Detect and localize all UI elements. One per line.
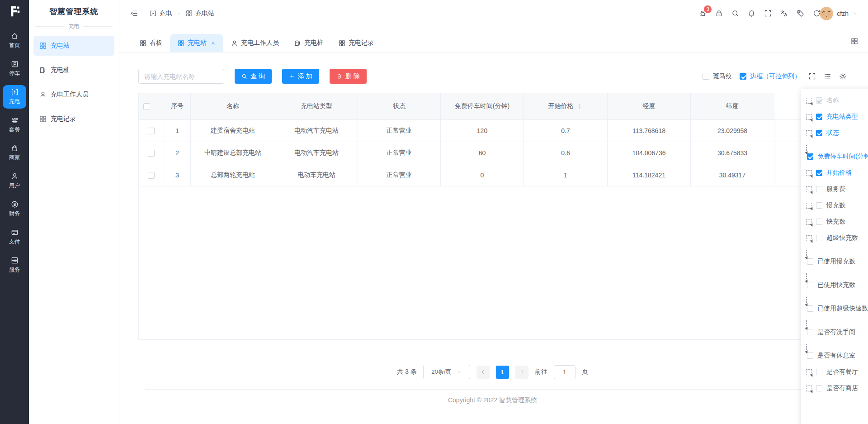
- column-checkbox[interactable]: [807, 258, 813, 265]
- column-checkbox[interactable]: [816, 202, 822, 209]
- current-page-button[interactable]: 1: [496, 366, 509, 379]
- drag-icon[interactable]: [806, 170, 812, 176]
- sidebar-item[interactable]: 充电桩: [33, 60, 114, 80]
- column-checkbox[interactable]: [816, 219, 822, 225]
- rail-item[interactable]: 支付: [3, 225, 26, 249]
- table-row[interactable]: 2 中晴建设总部充电站 电动汽车充电站 正常营业 60 0.6 104.0067…: [139, 142, 847, 164]
- collapse-sidebar-icon[interactable]: [130, 10, 138, 17]
- tab[interactable]: 充电记录: [331, 34, 382, 52]
- rail-item[interactable]: 商家: [3, 141, 26, 165]
- query-button[interactable]: 查 询: [235, 69, 272, 84]
- tab[interactable]: 看板: [132, 34, 170, 52]
- column-checkbox[interactable]: [816, 235, 822, 241]
- drag-icon[interactable]: [806, 386, 812, 391]
- rail-item[interactable]: 充电: [3, 85, 26, 109]
- drag-icon[interactable]: [806, 98, 812, 104]
- breadcrumb-item[interactable]: 充电站: [186, 10, 214, 18]
- select-all-checkbox[interactable]: [143, 103, 150, 110]
- add-button[interactable]: 添 加: [282, 69, 319, 84]
- drag-icon[interactable]: [806, 344, 807, 352]
- next-page-button[interactable]: [515, 366, 528, 379]
- column-toggle-item[interactable]: 名称: [806, 96, 868, 105]
- column-toggle-item[interactable]: 是否有商店: [806, 384, 868, 392]
- header-action[interactable]: 3: [699, 10, 707, 17]
- column-checkbox[interactable]: [807, 282, 813, 288]
- column-checkbox[interactable]: [816, 186, 822, 192]
- sidebar-item[interactable]: 充电工作人员: [33, 85, 114, 105]
- close-tab-icon[interactable]: [211, 41, 216, 46]
- column-checkbox[interactable]: [816, 369, 822, 375]
- column-toggle-item[interactable]: 慢充数: [806, 201, 868, 210]
- tab-list-icon[interactable]: [851, 38, 858, 45]
- tab[interactable]: 充电工作人员: [223, 34, 287, 52]
- column-checkbox[interactable]: [816, 114, 822, 120]
- sidebar-item[interactable]: 充电记录: [33, 109, 114, 129]
- header-action[interactable]: [797, 10, 804, 17]
- row-checkbox[interactable]: [148, 128, 155, 134]
- drag-icon[interactable]: [806, 114, 812, 120]
- header-action[interactable]: [780, 10, 788, 17]
- column-checkbox[interactable]: [807, 305, 813, 312]
- column-toggle-item[interactable]: 是否有休息室: [806, 344, 868, 360]
- border-resizable-checkbox[interactable]: 边框（可拉伸列）: [740, 72, 801, 81]
- search-input[interactable]: [138, 69, 224, 84]
- rail-item[interactable]: 套餐: [3, 113, 26, 137]
- sidebar-item[interactable]: 充电站: [33, 36, 114, 56]
- drag-icon[interactable]: [806, 235, 812, 241]
- header-action[interactable]: [715, 10, 723, 17]
- column-toggle-item[interactable]: 是否有洗手间: [806, 321, 868, 336]
- header-action[interactable]: [764, 10, 772, 17]
- rail-item[interactable]: 停车: [3, 57, 26, 81]
- column-checkbox[interactable]: [807, 329, 813, 335]
- column-toggle-item[interactable]: 已使用超级快速数: [806, 297, 868, 313]
- table-row[interactable]: 3 总部两轮充电站 电动车充电站 正常营业 0 1 114.182421 30.…: [139, 164, 847, 186]
- table-fullscreen-icon[interactable]: [808, 72, 816, 80]
- column-toggle-item[interactable]: 充电站类型: [806, 113, 868, 121]
- header-action[interactable]: [813, 10, 821, 17]
- column-toggle-item[interactable]: 开始价格: [806, 169, 868, 177]
- drag-icon[interactable]: [806, 297, 807, 305]
- sort-icon[interactable]: [576, 103, 583, 110]
- tab[interactable]: 充电站: [170, 34, 223, 52]
- rail-item[interactable]: 财务: [3, 197, 26, 221]
- drag-icon[interactable]: [806, 186, 812, 192]
- page-size-select[interactable]: 20条/页: [423, 365, 470, 379]
- drag-icon[interactable]: [806, 369, 812, 375]
- column-checkbox[interactable]: [816, 130, 822, 136]
- tab[interactable]: 充电桩: [287, 34, 331, 52]
- drag-icon[interactable]: [806, 130, 812, 136]
- user-menu[interactable]: cfzh: [820, 7, 857, 20]
- table-row[interactable]: 1 建委宿舍充电站 电动汽车充电站 正常营业 120 0.7 113.76861…: [139, 120, 847, 142]
- column-toggle-item[interactable]: 状态: [806, 129, 868, 137]
- app-logo[interactable]: [0, 0, 29, 25]
- breadcrumb-item[interactable]: 充电: [150, 10, 172, 18]
- column-toggle-item[interactable]: 是否有餐厅: [806, 368, 868, 376]
- goto-page-input[interactable]: [554, 365, 576, 379]
- prev-page-button[interactable]: [476, 366, 490, 379]
- column-checkbox[interactable]: [807, 153, 813, 160]
- column-toggle-item[interactable]: 超级快充数: [806, 234, 868, 242]
- column-toggle-item[interactable]: 免费停车时间(分钟): [806, 145, 868, 161]
- column-checkbox[interactable]: [816, 170, 822, 176]
- column-toggle-item[interactable]: 服务费: [806, 185, 868, 193]
- drag-icon[interactable]: [806, 219, 812, 225]
- drag-icon[interactable]: [806, 250, 807, 258]
- rail-item[interactable]: 用户: [3, 169, 26, 193]
- delete-button[interactable]: 删 除: [330, 69, 367, 84]
- rail-item[interactable]: 服务: [3, 253, 26, 277]
- drag-icon[interactable]: [806, 203, 812, 209]
- row-checkbox[interactable]: [148, 150, 155, 157]
- header-action[interactable]: [731, 10, 739, 17]
- zebra-stripe-checkbox[interactable]: 斑马纹: [703, 72, 732, 81]
- column-toggle-item[interactable]: 已使用慢充数: [806, 250, 868, 266]
- column-toggle-item[interactable]: 快充数: [806, 218, 868, 226]
- table-custom-icon[interactable]: [824, 72, 831, 80]
- drag-icon[interactable]: [806, 273, 807, 281]
- drag-icon[interactable]: [806, 145, 807, 153]
- column-toggle-item[interactable]: 已使用快充数: [806, 274, 868, 289]
- drag-icon[interactable]: [806, 320, 807, 329]
- table-settings-icon[interactable]: [839, 72, 847, 80]
- column-checkbox[interactable]: [816, 97, 822, 104]
- row-checkbox[interactable]: [148, 172, 155, 179]
- column-checkbox[interactable]: [816, 385, 822, 391]
